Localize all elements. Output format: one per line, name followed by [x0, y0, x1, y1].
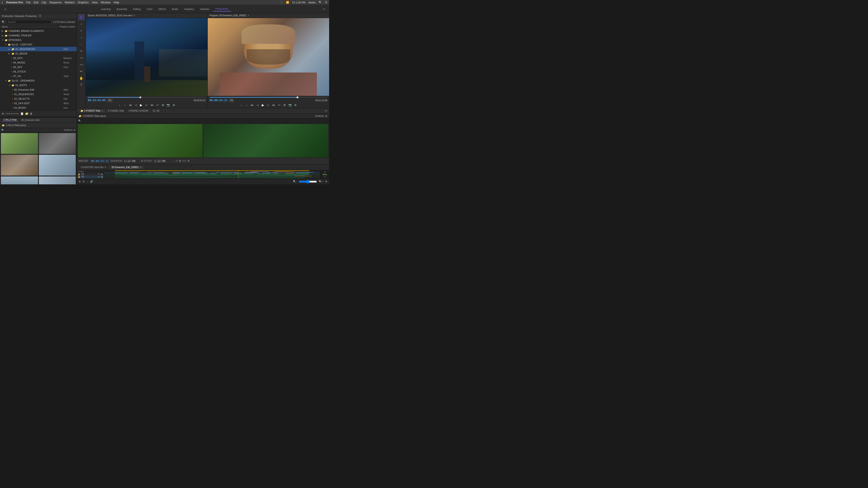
tree-item-episodes[interactable]: ▼ 📁 EPISODES [0, 38, 76, 42]
source-play[interactable]: ▶ [139, 103, 143, 107]
source-safe[interactable]: ⊞ [161, 103, 165, 107]
panel-menu-icon[interactable]: ☰ [39, 14, 41, 18]
tool-rate[interactable]: ↕ [78, 41, 85, 47]
prog-add[interactable]: ⊕ [293, 103, 298, 107]
tab-learning[interactable]: Learning [98, 7, 113, 11]
clip-a4-3[interactable] [238, 176, 292, 176]
clip-v2-a001[interactable]: A001C00 [294, 172, 313, 173]
source-mark-in[interactable]: ⬦ [118, 103, 122, 107]
thumb-item-1[interactable] [1, 133, 38, 154]
program-monitor-menu[interactable]: ≡ [248, 14, 249, 17]
prog-go-out[interactable]: ⏭ [272, 103, 276, 107]
tl-tab-century[interactable]: 0-CENTURY short film ✕ [79, 166, 108, 169]
source-loop[interactable]: ↩ [156, 103, 160, 107]
bin-view-icon[interactable]: ⊞ [73, 129, 75, 131]
clip-v1-5[interactable] [171, 173, 180, 173]
clip-v1-4[interactable] [154, 173, 169, 173]
clip-a5-1[interactable] [115, 176, 305, 177]
menu-sequence[interactable]: Sequence [50, 1, 62, 4]
clip-v1-6[interactable] [182, 173, 193, 173]
clip-v1-13[interactable] [273, 173, 283, 173]
tree-item-dreamers-edit[interactable]: ▪ 00_Dreamers Edit Matt [0, 88, 76, 92]
tool-slide[interactable]: ⟷ [78, 61, 85, 68]
panel-icon-2[interactable]: 📋 [20, 112, 24, 115]
prog-step-back[interactable]: ◁ [255, 103, 259, 107]
source-step-fwd[interactable]: ▷ [145, 103, 149, 107]
tree-item-stock[interactable]: ▪ 06_STOCK [0, 69, 76, 74]
tl-btn-list[interactable]: ☰ [83, 180, 85, 183]
clip-v2-6[interactable] [266, 172, 277, 173]
tl-btn-add-track[interactable]: ⊕ [79, 180, 81, 183]
forest-search-input[interactable] [82, 120, 328, 122]
prog-mark-out[interactable]: ⬦ [245, 103, 249, 107]
source-fit-dropdown[interactable]: Fit [107, 99, 112, 102]
tree-item-gfx[interactable]: ▪ 03_GFX Marjorie [0, 56, 76, 60]
menu-file[interactable]: File [26, 1, 31, 4]
menu-graphics[interactable]: Graphics [78, 1, 89, 4]
thumb-item-6[interactable] [39, 176, 76, 184]
forest-tab-01se[interactable]: 01_SE [151, 109, 161, 112]
clip-a4-orange[interactable] [294, 176, 311, 176]
forest-tab-tunnel[interactable]: 3-TUNNEL Ride [106, 109, 126, 112]
clip-v1-14[interactable] [285, 173, 294, 173]
tool-select2[interactable]: ↔ [78, 21, 85, 27]
clip-v1-15[interactable] [296, 173, 309, 173]
tree-item-ep01[interactable]: ▼ 📁 Ep 01 - CENTURY [0, 42, 76, 47]
clip-v1-9[interactable] [221, 173, 231, 173]
tree-item-sequences[interactable]: ▶ 📁 01_SEQUENCES Matt [0, 47, 76, 51]
tab-effects[interactable]: Effects [156, 7, 168, 11]
prog-step-fwd[interactable]: ▷ [266, 103, 270, 107]
prog-go-in[interactable]: ⏮ [250, 103, 254, 107]
tree-item-media[interactable]: ▶ 📁 02_MEDIA [0, 51, 76, 56]
tool-hand[interactable]: ✋ [78, 75, 85, 81]
tab-libraries[interactable]: Libraries [197, 7, 212, 11]
clip-v2-5[interactable] [244, 172, 257, 173]
clip-v3-ora[interactable]: Ora [275, 171, 287, 172]
track-lock-v2[interactable]: 🔒 [78, 176, 80, 178]
tree-item-brand[interactable]: ▶ 📁 CHANNEL BRAND ELEMENTS [0, 29, 76, 33]
clip-a4-2[interactable] [186, 176, 229, 176]
tab-editing[interactable]: Editing [130, 7, 144, 11]
apple-icon[interactable]:  [2, 1, 3, 4]
tree-item-ep02[interactable]: ▼ 📁 Ep 02 - DREAMERS [0, 78, 76, 83]
project-search-input[interactable] [6, 20, 52, 24]
thumb-item-3[interactable] [1, 155, 38, 175]
thumb-item-5[interactable] [1, 176, 38, 184]
tab-assembly[interactable]: Assembly [114, 7, 130, 11]
clip-v1-2[interactable] [130, 173, 138, 173]
tl-tool-2[interactable]: ↩ [176, 160, 178, 162]
clip-a3-1[interactable] [115, 175, 305, 175]
tl-btn-zoom-in[interactable]: 🔍+ [319, 180, 323, 183]
source-monitor-menu[interactable]: ≡ [133, 14, 135, 17]
zoom-slider[interactable] [5, 113, 19, 114]
prog-safe[interactable]: ⊞ [283, 103, 287, 107]
clip-v1-3[interactable] [141, 173, 152, 173]
clip-v1-8[interactable] [210, 173, 218, 173]
forest-bin-grid-icon[interactable]: ⊞ [325, 115, 327, 118]
clip-v2-4[interactable] [216, 172, 238, 173]
search-icon[interactable]: 🔍 [319, 1, 322, 4]
menu-view[interactable]: View [92, 1, 98, 4]
menu-help[interactable]: Help [114, 1, 119, 4]
source-add[interactable]: ⊕ [172, 103, 176, 107]
source-step-back[interactable]: ◁ [134, 103, 138, 107]
menu-extras-icon[interactable]: ☰ [325, 1, 327, 4]
tab-productions[interactable]: Productions [213, 6, 231, 11]
track-eye-v2[interactable]: 👁 [98, 175, 100, 178]
menu-window[interactable]: Window [101, 1, 111, 4]
clip-v2-3[interactable] [173, 172, 206, 173]
prog-play[interactable]: ▶ [261, 103, 265, 107]
source-go-out[interactable]: ⏭ [150, 103, 154, 107]
forest-tabs-more[interactable]: >> [324, 109, 327, 112]
workspace-more-btn[interactable]: >> [321, 8, 327, 10]
prog-mark-in[interactable]: ⬦ [239, 103, 243, 107]
tl-tab-dreamers-close[interactable]: ✕ [140, 166, 142, 168]
prog-loop[interactable]: ↩ [277, 103, 281, 107]
tool-slip[interactable]: ⟺ [78, 55, 85, 61]
clip-v2-2[interactable] [147, 172, 164, 173]
tool-rolling[interactable]: ⊣ [78, 34, 85, 41]
tool-type[interactable]: T [78, 82, 85, 88]
tl-tab-century-close[interactable]: ✕ [104, 166, 106, 168]
source-export-frame[interactable]: 📷 [166, 103, 170, 107]
clip-a7-1[interactable] [115, 178, 305, 178]
